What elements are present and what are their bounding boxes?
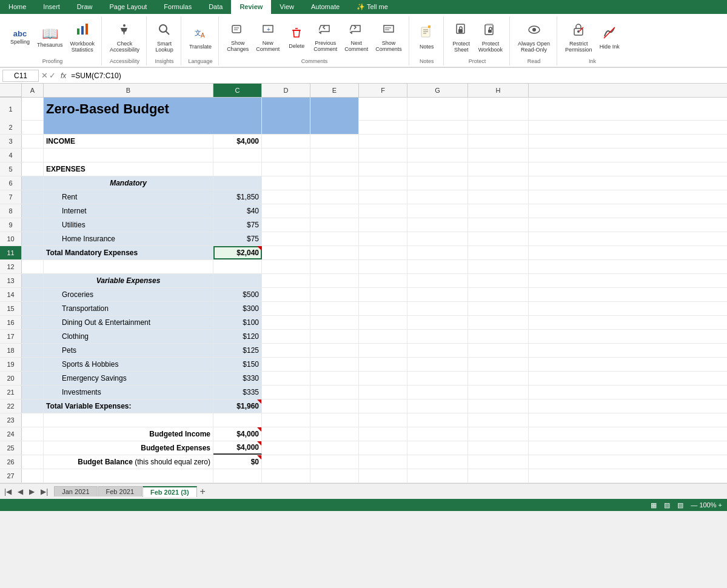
- tab-tell-me[interactable]: ✨ Tell me: [348, 0, 397, 14]
- cell-C11[interactable]: $2,040: [213, 246, 262, 259]
- tab-next-button[interactable]: ▶: [27, 487, 36, 496]
- cell-E12[interactable]: [310, 260, 359, 273]
- cancel-formula-icon[interactable]: ✕: [41, 71, 48, 80]
- cell-A9[interactable]: [22, 218, 44, 232]
- cell-E18[interactable]: [310, 344, 359, 357]
- tab-review[interactable]: Review: [231, 0, 271, 14]
- tab-first-button[interactable]: |◀: [2, 487, 13, 496]
- cell-A17[interactable]: [22, 330, 44, 343]
- cell-D14[interactable]: [262, 288, 310, 301]
- tab-formulas[interactable]: Formulas: [155, 0, 200, 14]
- cell-B9[interactable]: Utilities: [44, 218, 213, 232]
- delete-comment-button[interactable]: Delete: [284, 24, 309, 51]
- col-header-A[interactable]: A: [22, 84, 44, 97]
- cell-E19[interactable]: [310, 358, 359, 371]
- cell-F6[interactable]: [359, 176, 407, 190]
- formula-input[interactable]: [71, 72, 725, 80]
- cell-F4[interactable]: [359, 149, 407, 162]
- cell-B6[interactable]: Mandatory: [44, 176, 213, 190]
- cell-B4[interactable]: [44, 149, 213, 162]
- cell-D25[interactable]: [262, 441, 310, 455]
- cell-G26[interactable]: [407, 455, 468, 469]
- cell-A7[interactable]: [22, 190, 44, 204]
- cell-F7[interactable]: [359, 190, 407, 204]
- thesaurus-button[interactable]: 📖 Thesaurus: [34, 25, 66, 50]
- cell-H16[interactable]: [468, 316, 529, 329]
- tab-draw[interactable]: Draw: [69, 0, 101, 14]
- cell-H10[interactable]: [468, 232, 529, 246]
- cell-A19[interactable]: [22, 358, 44, 371]
- cell-G4[interactable]: [407, 149, 468, 162]
- cell-A2[interactable]: [22, 121, 44, 134]
- check-accessibility-button[interactable]: CheckAccessibility: [107, 21, 142, 55]
- cell-D26[interactable]: [262, 455, 310, 469]
- cell-C17[interactable]: $120: [213, 330, 262, 343]
- cell-C20[interactable]: $330: [213, 372, 262, 385]
- cell-A13[interactable]: [22, 274, 44, 287]
- cell-F16[interactable]: [359, 316, 407, 329]
- cell-E14[interactable]: [310, 288, 359, 301]
- cell-A10[interactable]: [22, 232, 44, 246]
- cell-F22[interactable]: [359, 399, 407, 413]
- cell-B14[interactable]: Groceries: [44, 288, 213, 301]
- cell-H1[interactable]: [468, 98, 529, 121]
- cell-B7[interactable]: Rent: [44, 190, 213, 204]
- cell-F11[interactable]: [359, 246, 407, 259]
- cell-C24[interactable]: $4,000: [213, 427, 262, 441]
- cell-C6[interactable]: [213, 176, 262, 190]
- sheet-tab-feb2021[interactable]: Feb 2021: [98, 486, 142, 496]
- cell-G8[interactable]: [407, 204, 468, 218]
- cell-F24[interactable]: [359, 427, 407, 441]
- cell-G27[interactable]: [407, 469, 468, 483]
- col-header-D[interactable]: D: [262, 84, 310, 97]
- cell-C16[interactable]: $100: [213, 316, 262, 329]
- cell-C8[interactable]: $40: [213, 204, 262, 218]
- cell-A26[interactable]: [22, 455, 44, 469]
- cell-F15[interactable]: [359, 302, 407, 315]
- cell-E10[interactable]: [310, 232, 359, 246]
- cell-B3[interactable]: INCOME: [44, 135, 213, 148]
- cell-B16[interactable]: Dining Out & Entertainment: [44, 316, 213, 329]
- cell-E22[interactable]: [310, 399, 359, 413]
- translate-button[interactable]: 文A Translate: [186, 24, 215, 52]
- cell-F19[interactable]: [359, 358, 407, 371]
- protect-sheet-button[interactable]: ProtectSheet: [449, 21, 474, 55]
- cell-F17[interactable]: [359, 330, 407, 343]
- cell-C4[interactable]: [213, 149, 262, 162]
- cell-B2[interactable]: [44, 121, 262, 134]
- cell-A23[interactable]: [22, 413, 44, 427]
- cell-D12[interactable]: [262, 260, 310, 273]
- cell-D4[interactable]: [262, 149, 310, 162]
- restrict-permission-button[interactable]: RestrictPermission: [562, 21, 595, 55]
- cell-G19[interactable]: [407, 358, 468, 371]
- cell-F8[interactable]: [359, 204, 407, 218]
- cell-G13[interactable]: [407, 274, 468, 287]
- cell-B20[interactable]: Emergency Savings: [44, 372, 213, 385]
- cell-C19[interactable]: $150: [213, 358, 262, 371]
- cell-B22[interactable]: Total Variable Expenses:: [44, 399, 213, 413]
- cell-A22[interactable]: [22, 399, 44, 413]
- cell-G16[interactable]: [407, 316, 468, 329]
- cell-F18[interactable]: [359, 344, 407, 357]
- cell-B23[interactable]: [44, 413, 213, 427]
- cell-D16[interactable]: [262, 316, 310, 329]
- smart-lookup-button[interactable]: SmartLookup: [152, 21, 177, 55]
- cell-E9[interactable]: [310, 218, 359, 232]
- cell-A8[interactable]: [22, 204, 44, 218]
- cell-F13[interactable]: [359, 274, 407, 287]
- cell-D13[interactable]: [262, 274, 310, 287]
- cell-E5[interactable]: [310, 162, 359, 176]
- cell-F9[interactable]: [359, 218, 407, 232]
- cell-E8[interactable]: [310, 204, 359, 218]
- cell-B27[interactable]: [44, 469, 213, 483]
- cell-F2[interactable]: [359, 121, 407, 134]
- cell-F5[interactable]: [359, 162, 407, 176]
- cell-H18[interactable]: [468, 344, 529, 357]
- cell-D9[interactable]: [262, 218, 310, 232]
- cell-D24[interactable]: [262, 427, 310, 441]
- cell-C9[interactable]: $75: [213, 218, 262, 232]
- cell-D23[interactable]: [262, 413, 310, 427]
- next-comment-button[interactable]: NextComment: [341, 21, 371, 54]
- cell-E1[interactable]: [310, 98, 359, 121]
- cell-E21[interactable]: [310, 386, 359, 399]
